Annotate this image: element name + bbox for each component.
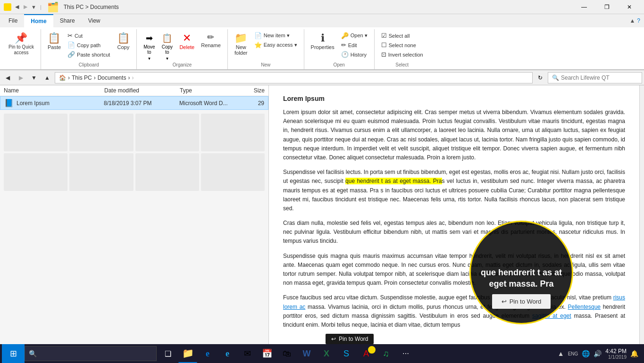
close-button[interactable]: ✕ [619, 0, 640, 14]
taskbar-word[interactable]: W [297, 344, 316, 363]
pin-icon: 📌 [15, 33, 27, 43]
preview-text: Lorem ipsum dolor sit amet, consectetur … [283, 108, 625, 330]
cut-button[interactable]: ✂ Cut [65, 31, 113, 40]
taskbar-excel[interactable]: X [317, 344, 336, 363]
copy-button[interactable]: 📋 Copy [114, 31, 133, 59]
select-none-button[interactable]: ☐ Select none [378, 41, 426, 50]
col-size[interactable]: Size [236, 87, 265, 94]
quick-access-forward[interactable]: ▶ [24, 4, 27, 10]
tray-clock[interactable]: 4:42 PM 1/1/2019 [605, 348, 627, 360]
tray-notification-icon[interactable]: 🔔 [630, 350, 638, 357]
breadcrumb-documents[interactable]: Documents [98, 74, 126, 81]
taskbar-store[interactable]: 🛍 [277, 344, 296, 363]
tray-lang-icon: ENG [568, 351, 578, 356]
taskbar-explorer[interactable]: 📁 [178, 344, 197, 363]
down-button[interactable]: ▼ [28, 72, 40, 83]
pin-buttons: 📌 Pin to Quickaccess [6, 29, 37, 66]
ribbon-group-select: ☑ Select all ☐ Select none ⊡ Invert sele… [375, 29, 430, 69]
open-button[interactable]: 🔑 Open ▾ [338, 31, 370, 40]
link-2[interactable]: Pellentesque [568, 304, 601, 310]
paste-button[interactable]: 📋 Paste [45, 31, 64, 59]
tab-view[interactable]: View [82, 14, 107, 27]
history-button[interactable]: 🕐 History [338, 50, 370, 59]
back-button[interactable]: ◀ [2, 72, 13, 83]
ribbon-group-open: ℹ Properties 🔑 Open ▾ ✏ Edit 🕐 History [304, 29, 375, 69]
minimize-button[interactable]: — [573, 0, 595, 14]
address-bar: ◀ ▶ ▼ ▲ 🏠 › This PC › Documents › › ↻ 🔍 [0, 70, 644, 85]
col-name[interactable]: Name [4, 87, 104, 94]
new-item-button[interactable]: 📄 New item ▾ [251, 31, 300, 40]
select-label: Select [395, 61, 409, 69]
title-bar-title: This PC > Documents [64, 4, 119, 10]
copy-to-dropdown[interactable]: ▼ [159, 56, 176, 61]
new-item-label: New item ▾ [264, 33, 290, 39]
taskbar-ie[interactable]: e [218, 344, 237, 363]
search-box[interactable]: 🔍 [548, 72, 642, 83]
preview-pane[interactable]: Lorem Ipsum Lorem ipsum dolor sit amet, … [269, 85, 639, 362]
delete-button[interactable]: ✕ Delete [176, 31, 197, 59]
tab-file[interactable]: File [2, 14, 24, 27]
tray-up-icon[interactable]: ▲ [558, 350, 564, 357]
search-input[interactable] [561, 74, 638, 81]
new-folder-button[interactable]: 📁 Newfolder [232, 31, 251, 59]
move-to-dropdown[interactable]: ▼ [141, 56, 158, 61]
maximize-button[interactable]: ❐ [596, 0, 618, 14]
rename-button[interactable]: ✏ Rename [198, 31, 224, 59]
copy-label: Copy [117, 44, 130, 50]
start-button[interactable]: ⊞ [2, 344, 25, 363]
move-to-button[interactable]: ➡ Moveto [141, 31, 158, 56]
taskbar-edge[interactable]: e [198, 344, 217, 363]
preview-scrollbar[interactable] [639, 85, 644, 362]
quick-access-down[interactable]: ▼ [31, 4, 36, 10]
taskbar-search[interactable]: 🔍 [25, 346, 157, 361]
breadcrumb-thispc[interactable]: This PC [72, 74, 92, 81]
invert-selection-label: Invert selection [388, 52, 423, 58]
quick-access-back[interactable]: ◀ [15, 4, 19, 10]
taskbar-skype[interactable]: S [337, 344, 356, 363]
col-date[interactable]: Date modified [104, 87, 180, 94]
copy-to-button[interactable]: 📋 Copyto [159, 31, 176, 56]
ribbon-collapse-icon[interactable]: ▲ [629, 17, 635, 24]
tab-home[interactable]: Home [24, 14, 53, 27]
copy-to-label: Copyto [162, 44, 173, 55]
address-path[interactable]: 🏠 › This PC › Documents › › [55, 72, 533, 83]
clipboard-label: Clipboard [79, 61, 99, 69]
taskbar-search-input[interactable] [40, 350, 152, 357]
tab-share[interactable]: Share [53, 14, 82, 27]
up-button[interactable]: ▲ [42, 72, 53, 83]
taskbar-spotify[interactable]: ♫ [376, 344, 395, 363]
easy-access-button[interactable]: ⭐ Easy access ▾ [251, 41, 300, 50]
preview-para-1: Suspendisse vel facilisis lectus. In por… [283, 168, 625, 213]
help-icon[interactable]: ? [637, 17, 640, 24]
col-type[interactable]: Type [180, 87, 236, 94]
refresh-button[interactable]: ↻ [535, 72, 546, 83]
move-to-label: Moveto [143, 44, 155, 55]
pin-label: Pin to Quickaccess [8, 44, 34, 56]
invert-selection-button[interactable]: ⊡ Invert selection [378, 50, 426, 59]
copy-path-button[interactable]: 📄 Copy path [65, 41, 113, 50]
title-bar: ◀ ▶ ▼ | 🗂️ This PC > Documents — ❐ ✕ [0, 0, 644, 14]
pin-to-word-overlay-button[interactable]: ↩ Pin to Word [492, 294, 551, 309]
pin-to-quick-access-button[interactable]: 📌 Pin to Quickaccess [6, 31, 37, 59]
ribbon-group-organize: ➡ Moveto ▼ 📋 Copyto ▼ ✕ Delete [137, 29, 227, 69]
word-doc-icon: 📘 [4, 99, 14, 107]
taskbar-taskview[interactable]: ❑ [159, 344, 177, 363]
file-item-loremipsum[interactable]: 📘 Lorem Ipsum 8/18/2019 3:07 PM Microsof… [0, 96, 268, 110]
taskbar-calendar[interactable]: 📅 [258, 344, 276, 363]
pin-to-word-icon: ↩ [502, 298, 507, 305]
placeholder-7 [135, 153, 199, 191]
copy-to-split: 📋 Copyto ▼ [159, 31, 176, 61]
copy-icon: 📋 [117, 33, 130, 43]
properties-button[interactable]: ℹ Properties [308, 31, 337, 59]
easy-access-icon: ⭐ [254, 41, 262, 49]
select-secondary: ☑ Select all ☐ Select none ⊡ Invert sele… [378, 31, 426, 59]
forward-button[interactable]: ▶ [15, 72, 26, 83]
paste-shortcut-button[interactable]: 🔗 Paste shortcut [65, 50, 113, 59]
tray-volume-icon[interactable]: 🔊 [594, 350, 602, 357]
cut-label: Cut [75, 33, 83, 39]
taskbar-mail[interactable]: ✉ [238, 344, 257, 363]
edit-button[interactable]: ✏ Edit [338, 41, 370, 50]
tray-network-icon[interactable]: 🌐 [582, 350, 590, 357]
select-all-button[interactable]: ☑ Select all [378, 31, 426, 40]
taskbar-overflow[interactable]: ⋯ [396, 344, 415, 363]
